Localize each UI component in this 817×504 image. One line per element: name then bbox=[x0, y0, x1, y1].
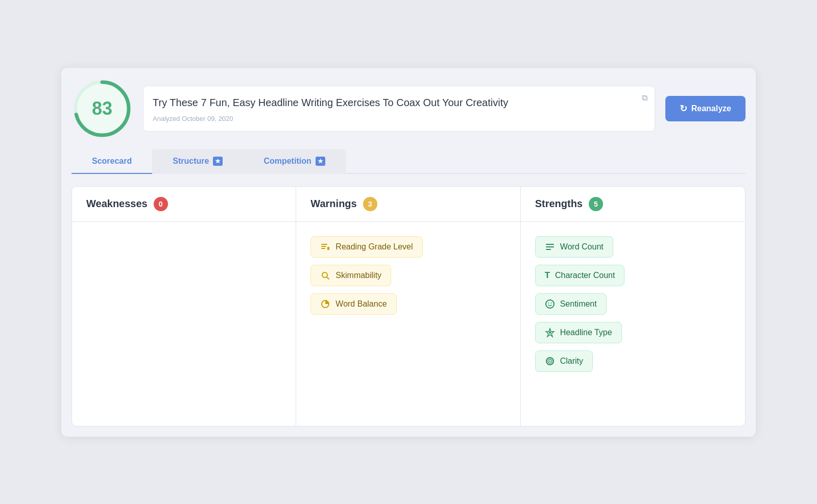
tab-competition[interactable]: Competition ★ bbox=[243, 149, 345, 174]
reanalyze-button[interactable]: ↻ Reanalyze bbox=[665, 96, 746, 121]
reading-grade-label: Reading Grade Level bbox=[335, 242, 413, 251]
svg-rect-3 bbox=[321, 246, 326, 247]
strengths-header: Strengths 5 bbox=[521, 187, 745, 221]
weaknesses-header: Weaknesses 0 bbox=[72, 187, 296, 221]
headline-type-icon bbox=[545, 327, 555, 338]
headline-type-label: Headline Type bbox=[560, 328, 612, 337]
analyzed-date: Analyzed October 09, 2020 bbox=[153, 115, 630, 122]
table-body: Reading Grade Level Skimmability bbox=[72, 222, 745, 426]
sentiment-label: Sentiment bbox=[560, 299, 597, 309]
warnings-count: 3 bbox=[363, 197, 377, 211]
headline-text: Try These 7 Fun, Easy Headline Writing E… bbox=[153, 95, 630, 110]
competition-star-badge: ★ bbox=[316, 157, 325, 166]
clarity-icon bbox=[545, 356, 555, 366]
list-item[interactable]: Skimmability bbox=[310, 265, 391, 286]
weaknesses-column bbox=[72, 222, 296, 426]
list-item[interactable]: Reading Grade Level bbox=[310, 236, 422, 258]
tab-scorecard[interactable]: Scorecard bbox=[71, 149, 152, 174]
svg-rect-9 bbox=[546, 244, 554, 245]
strengths-count: 5 bbox=[589, 197, 603, 211]
copy-icon[interactable]: ⧉ bbox=[642, 93, 647, 103]
svg-rect-2 bbox=[321, 244, 327, 245]
warnings-column: Reading Grade Level Skimmability bbox=[296, 222, 520, 426]
reanalyze-icon: ↻ bbox=[680, 103, 687, 114]
tab-competition-label: Competition bbox=[263, 157, 311, 166]
sentiment-icon bbox=[545, 299, 555, 309]
word-balance-label: Word Balance bbox=[335, 299, 387, 309]
skimmability-icon bbox=[320, 270, 330, 281]
character-count-label: Character Count bbox=[555, 271, 615, 280]
tabs-bar: Scorecard Structure ★ Competition ★ bbox=[71, 149, 746, 174]
word-count-label: Word Count bbox=[560, 242, 604, 251]
svg-rect-5 bbox=[327, 247, 329, 250]
headline-box: Try These 7 Fun, Easy Headline Writing E… bbox=[143, 86, 655, 132]
list-item[interactable]: Headline Type bbox=[535, 322, 622, 343]
list-item[interactable]: Word Balance bbox=[310, 293, 396, 315]
svg-point-14 bbox=[550, 303, 551, 304]
tab-structure-label: Structure bbox=[173, 157, 209, 166]
svg-point-12 bbox=[546, 300, 554, 308]
svg-point-13 bbox=[548, 303, 549, 304]
weaknesses-count: 0 bbox=[154, 197, 168, 211]
reading-grade-icon bbox=[320, 242, 330, 252]
list-item[interactable]: Word Count bbox=[535, 236, 613, 258]
svg-rect-10 bbox=[546, 246, 554, 247]
tab-scorecard-label: Scorecard bbox=[92, 157, 132, 166]
warnings-header: Warnings 3 bbox=[296, 187, 520, 221]
word-count-icon bbox=[545, 242, 555, 252]
table-header: Weaknesses 0 Warnings 3 Strengths 5 bbox=[72, 187, 745, 222]
list-item[interactable]: Sentiment bbox=[535, 293, 607, 315]
svg-rect-11 bbox=[546, 249, 551, 250]
weaknesses-label: Weaknesses bbox=[86, 198, 148, 210]
score-value: 83 bbox=[92, 98, 112, 119]
strengths-label: Strengths bbox=[535, 198, 583, 210]
word-balance-icon bbox=[320, 299, 330, 309]
scorecard-table: Weaknesses 0 Warnings 3 Strengths 5 bbox=[71, 186, 746, 426]
svg-point-19 bbox=[549, 360, 550, 362]
structure-star-badge: ★ bbox=[213, 157, 223, 166]
main-container: 83 Try These 7 Fun, Easy Headline Writin… bbox=[61, 68, 756, 437]
list-item[interactable]: Clarity bbox=[535, 350, 593, 372]
header-section: 83 Try These 7 Fun, Easy Headline Writin… bbox=[71, 78, 746, 139]
svg-rect-4 bbox=[321, 248, 325, 249]
strengths-column: Word Count T Character Count bbox=[521, 222, 745, 426]
reanalyze-label: Reanalyze bbox=[691, 104, 731, 113]
warnings-label: Warnings bbox=[310, 198, 356, 210]
character-count-icon: T bbox=[545, 270, 550, 281]
svg-line-7 bbox=[327, 277, 329, 279]
skimmability-label: Skimmability bbox=[335, 271, 381, 280]
list-item[interactable]: T Character Count bbox=[535, 265, 625, 286]
score-circle: 83 bbox=[71, 78, 133, 139]
tab-structure[interactable]: Structure ★ bbox=[152, 149, 243, 174]
svg-point-16 bbox=[549, 332, 551, 334]
clarity-label: Clarity bbox=[560, 357, 583, 366]
